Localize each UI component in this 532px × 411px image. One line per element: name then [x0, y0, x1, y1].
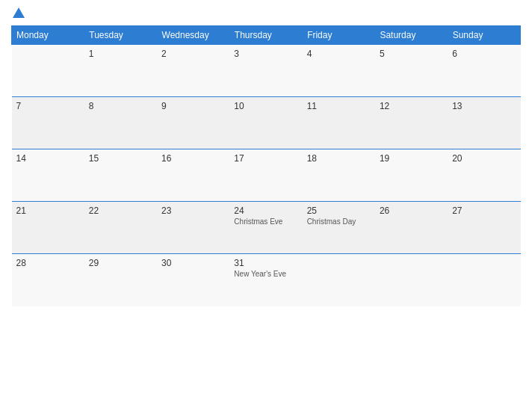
day-number: 12: [380, 101, 443, 111]
weekday-header-thursday: Thursday: [229, 26, 302, 45]
day-event: Christmas Eve: [234, 217, 297, 226]
day-cell: 25Christmas Day: [303, 202, 375, 254]
day-number: 26: [380, 206, 443, 216]
day-number: 9: [161, 101, 225, 111]
header: [11, 7, 521, 19]
week-row-5: 28293031New Year's Eve: [12, 254, 521, 306]
day-cell: 16: [157, 149, 229, 202]
day-number: 22: [89, 206, 152, 216]
day-cell: [448, 254, 520, 306]
day-number: 23: [161, 206, 225, 216]
day-number: 1: [89, 49, 152, 59]
day-number: 25: [307, 206, 371, 216]
day-number: 10: [234, 101, 297, 111]
day-cell: 12: [375, 97, 448, 149]
day-cell: 4: [303, 45, 375, 97]
day-cell: 5: [375, 45, 448, 97]
day-cell: 17: [229, 149, 302, 202]
day-cell: [12, 45, 84, 97]
day-cell: [303, 254, 375, 306]
day-cell: 20: [448, 149, 520, 202]
day-event: Christmas Day: [307, 217, 371, 226]
day-cell: 9: [157, 97, 229, 149]
day-number: 7: [16, 101, 80, 111]
weekday-header-monday: Monday: [12, 26, 84, 45]
day-number: 27: [452, 206, 516, 216]
weekday-header-row: MondayTuesdayWednesdayThursdayFridaySatu…: [12, 26, 521, 45]
day-cell: 22: [84, 202, 157, 254]
day-number: 17: [234, 153, 297, 164]
day-number: 24: [234, 206, 297, 216]
day-cell: 6: [448, 45, 520, 97]
calendar-page: MondayTuesdayWednesdayThursdayFridaySatu…: [0, 0, 532, 411]
day-cell: 7: [12, 97, 84, 149]
day-number: 21: [16, 206, 80, 216]
day-number: 18: [307, 153, 371, 164]
day-cell: 2: [157, 45, 229, 97]
day-cell: 31New Year's Eve: [229, 254, 302, 306]
day-number: 29: [89, 258, 152, 268]
day-cell: 15: [84, 149, 157, 202]
day-cell: 24Christmas Eve: [229, 202, 302, 254]
day-number: 19: [380, 153, 443, 164]
day-cell: 3: [229, 45, 302, 97]
day-cell: 26: [375, 202, 448, 254]
day-number: 20: [452, 153, 516, 164]
weekday-header-saturday: Saturday: [375, 26, 448, 45]
day-cell: 18: [303, 149, 375, 202]
day-number: 5: [380, 49, 443, 59]
day-cell: 11: [303, 97, 375, 149]
day-cell: 29: [84, 254, 157, 306]
day-number: 6: [452, 49, 516, 59]
day-number: 28: [16, 258, 80, 268]
day-cell: 10: [229, 97, 302, 149]
day-number: 13: [452, 101, 516, 111]
weekday-header-friday: Friday: [303, 26, 375, 45]
day-number: 3: [234, 49, 297, 59]
day-number: 31: [234, 258, 297, 268]
day-number: 30: [161, 258, 225, 268]
day-number: 2: [161, 49, 225, 59]
logo-triangle-icon: [13, 7, 25, 18]
week-row-4: 21222324Christmas Eve25Christmas Day2627: [12, 202, 521, 254]
day-cell: 28: [12, 254, 84, 306]
day-cell: 27: [448, 202, 520, 254]
day-cell: 1: [84, 45, 157, 97]
day-cell: 19: [375, 149, 448, 202]
calendar-table: MondayTuesdayWednesdayThursdayFridaySatu…: [11, 25, 521, 306]
day-cell: 14: [12, 149, 84, 202]
weekday-header-wednesday: Wednesday: [157, 26, 229, 45]
day-event: New Year's Eve: [234, 270, 297, 278]
day-cell: 21: [12, 202, 84, 254]
day-cell: 23: [157, 202, 229, 254]
day-number: 14: [16, 153, 80, 164]
weekday-header-sunday: Sunday: [448, 26, 520, 45]
day-number: 8: [89, 101, 152, 111]
day-number: 16: [161, 153, 225, 164]
week-row-3: 14151617181920: [12, 149, 521, 202]
day-number: 11: [307, 101, 371, 111]
week-row-1: 123456: [12, 45, 521, 97]
day-cell: 30: [157, 254, 229, 306]
day-cell: [375, 254, 448, 306]
week-row-2: 78910111213: [12, 97, 521, 149]
day-number: 4: [307, 49, 371, 59]
logo: [11, 7, 25, 19]
day-cell: 13: [448, 97, 520, 149]
weekday-header-tuesday: Tuesday: [84, 26, 157, 45]
day-number: 15: [89, 153, 152, 164]
day-cell: 8: [84, 97, 157, 149]
